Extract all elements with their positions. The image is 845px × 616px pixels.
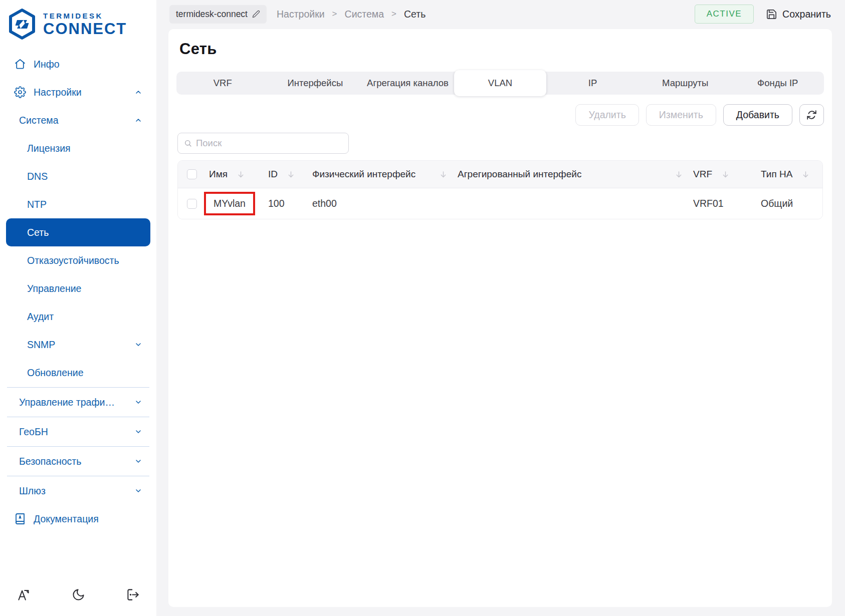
sidebar-item-geobn[interactable]: ГеоБН	[6, 418, 150, 446]
header-cell-vrf: VRF	[690, 169, 758, 180]
sidebar-item-system[interactable]: Система	[6, 106, 150, 134]
sidebar-item-gateway[interactable]: Шлюз	[6, 477, 150, 505]
search-input[interactable]	[196, 138, 342, 149]
logout-icon[interactable]	[125, 588, 140, 603]
sidebar-divider	[7, 387, 149, 388]
vlan-phys-iface: eth00	[312, 198, 337, 209]
table-header-row: Имя ID Физический интерфейс Агрегированн…	[178, 161, 822, 188]
sidebar-item-label: Аудит	[27, 311, 54, 323]
sidebar-item-label: Документация	[34, 513, 99, 525]
sidebar-item-snmp[interactable]: SNMP	[6, 331, 150, 359]
sort-icon[interactable]	[287, 170, 295, 179]
column-label: Агрегированный интерфейс	[458, 169, 581, 180]
sidebar-item-traffic-management[interactable]: Управление трафи…	[6, 388, 150, 416]
sidebar-item-info[interactable]: Инфо	[6, 50, 150, 78]
header-cell-phys-iface: Физический интерфейс	[309, 169, 455, 180]
table-actions: Удалить Изменить Добавить	[175, 104, 825, 126]
sidebar-nav: Инфо Настройки Система Лицензия DNS NTP	[0, 47, 156, 581]
sort-icon[interactable]	[439, 170, 448, 179]
sort-icon[interactable]	[675, 170, 683, 179]
sidebar-item-management[interactable]: Управление	[6, 274, 150, 302]
sidebar-item-documentation[interactable]: Документация	[6, 505, 150, 533]
tab-vlan[interactable]: VLAN	[454, 70, 547, 96]
column-label: Имя	[209, 169, 228, 180]
topbar-right: ACTIVE Сохранить	[695, 5, 831, 24]
app-root: TERMIDESK CONNECT Инфо Настройки Система…	[0, 0, 845, 616]
vlan-table: Имя ID Физический интерфейс Агрегированн…	[177, 160, 823, 219]
refresh-icon	[806, 110, 817, 120]
sidebar-item-network[interactable]: Сеть	[6, 218, 150, 246]
sidebar-item-ntp[interactable]: NTP	[6, 190, 150, 218]
save-button[interactable]: Сохранить	[766, 9, 831, 20]
breadcrumb-separator: >	[332, 9, 337, 19]
header-cell-ha-type: Тип HA	[758, 169, 823, 180]
status-badge: ACTIVE	[695, 5, 754, 24]
add-button[interactable]: Добавить	[723, 104, 792, 126]
highlight-annotation: MYvlan	[204, 192, 255, 216]
delete-button[interactable]: Удалить	[575, 104, 639, 126]
sidebar-item-label: Инфо	[34, 59, 60, 70]
sidebar-item-settings[interactable]: Настройки	[6, 78, 150, 106]
sidebar-item-audit[interactable]: Аудит	[6, 302, 150, 331]
column-label: Физический интерфейс	[312, 169, 415, 180]
sidebar-item-label: Система	[19, 115, 59, 126]
chevron-down-icon	[134, 487, 142, 495]
tab-link-aggregation[interactable]: Агрегация каналов	[361, 72, 454, 95]
sidebar-item-security[interactable]: Безопасность	[6, 447, 150, 475]
sort-icon[interactable]	[721, 170, 730, 179]
dark-mode-icon[interactable]	[71, 588, 86, 603]
sidebar-item-failover[interactable]: Отказоустойчивость	[6, 246, 150, 274]
hostname-chip[interactable]: termidesk-connect	[169, 5, 267, 24]
sidebar-item-label: Сеть	[27, 227, 49, 238]
edit-button[interactable]: Изменить	[646, 104, 716, 126]
column-label: VRF	[693, 169, 712, 180]
chevron-up-icon	[134, 116, 142, 124]
chevron-down-icon	[134, 341, 142, 349]
sort-icon[interactable]	[801, 170, 810, 179]
sidebar-item-label: SNMP	[27, 339, 55, 351]
hostname-label: termidesk-connect	[176, 9, 248, 20]
language-icon[interactable]	[16, 588, 31, 603]
tab-vrf[interactable]: VRF	[176, 72, 269, 95]
sidebar: TERMIDESK CONNECT Инфо Настройки Система…	[0, 0, 156, 616]
header-cell-id: ID	[265, 169, 309, 180]
brand-hexagon-icon	[7, 8, 37, 40]
row-cell-select	[178, 199, 206, 209]
breadcrumb-system[interactable]: Система	[345, 9, 384, 20]
chevron-down-icon	[134, 398, 142, 406]
topbar: termidesk-connect Настройки > Система > …	[156, 0, 845, 28]
content-card: Сеть VRF Интерфейсы Агрегация каналов VL…	[168, 29, 832, 607]
row-cell-vrf: VRF01	[690, 198, 758, 209]
gear-icon	[14, 86, 26, 98]
sidebar-item-label: Шлюз	[19, 485, 46, 497]
tab-routes[interactable]: Маршруты	[639, 72, 732, 95]
column-label: Тип HA	[761, 169, 792, 180]
brand-line2: CONNECT	[43, 21, 127, 37]
refresh-button[interactable]	[799, 104, 824, 126]
row-checkbox[interactable]	[187, 199, 197, 209]
breadcrumb: Настройки > Система > Сеть	[277, 9, 426, 20]
sidebar-item-update[interactable]: Обновление	[6, 359, 150, 387]
vlan-id: 100	[268, 198, 285, 209]
vlan-ha-type: Общий	[761, 198, 793, 209]
breadcrumb-separator: >	[391, 9, 396, 19]
chevron-down-icon	[134, 457, 142, 465]
row-cell-ha-type: Общий	[758, 198, 823, 209]
select-all-checkbox[interactable]	[187, 169, 197, 179]
tab-ip-pools[interactable]: Фонды IP	[731, 72, 824, 95]
row-cell-name: MYvlan	[206, 192, 265, 216]
sort-icon[interactable]	[237, 170, 245, 179]
pencil-icon	[252, 10, 260, 18]
sidebar-item-dns[interactable]: DNS	[6, 162, 150, 190]
save-icon	[766, 9, 777, 20]
page-title: Сеть	[179, 40, 825, 58]
book-icon	[14, 513, 26, 525]
sidebar-item-label: Управление трафи…	[19, 397, 115, 408]
tab-interfaces[interactable]: Интерфейсы	[269, 72, 362, 95]
tab-ip[interactable]: IP	[546, 72, 639, 95]
row-cell-id: 100	[265, 198, 309, 209]
brand-logo[interactable]: TERMIDESK CONNECT	[0, 6, 156, 47]
table-row[interactable]: MYvlan 100 eth00 VRF01	[178, 188, 822, 219]
sidebar-item-license[interactable]: Лицензия	[6, 134, 150, 162]
breadcrumb-settings[interactable]: Настройки	[277, 9, 325, 20]
